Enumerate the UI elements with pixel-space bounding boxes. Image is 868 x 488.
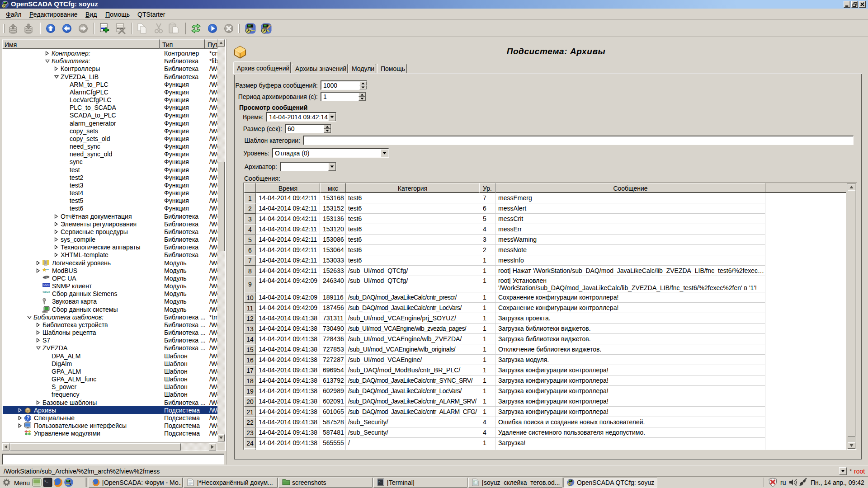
svg-text:SIEMENS: SIEMENS [42,291,50,294]
svg-text:?: ? [27,416,29,421]
svg-text:>_: >_ [44,479,48,483]
svg-text:OPC: OPC [44,276,50,279]
svg-text:SNMP: SNMP [43,283,50,286]
svg-text:>_: >_ [378,480,382,483]
